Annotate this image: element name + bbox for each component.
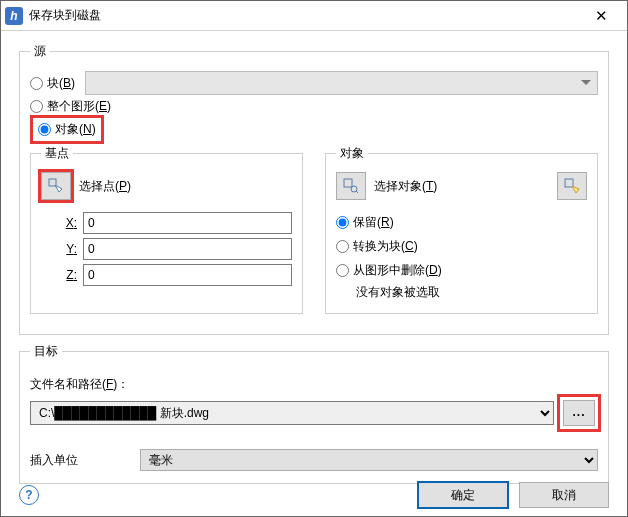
coord-z-label: Z: — [41, 268, 77, 282]
group-target-legend: 目标 — [30, 343, 62, 360]
coord-x-row: X: — [41, 212, 292, 234]
browse-button[interactable]: ... — [563, 400, 595, 426]
pick-point-row: 选择点(P) — [41, 172, 292, 200]
quick-select-button[interactable] — [557, 172, 587, 200]
pick-point-icon — [48, 178, 64, 194]
client-area: 源 块(B) 整个图形(E) 对象(N) 基点 — [1, 31, 627, 502]
group-objects-legend: 对象 — [336, 145, 368, 162]
footer: ? 确定 取消 — [1, 474, 627, 516]
quick-select-icon — [564, 178, 580, 194]
radio-drawing-row[interactable]: 整个图形(E) — [30, 96, 598, 116]
radio-convert-label: 转换为块(C) — [353, 238, 418, 255]
coord-x-input[interactable] — [83, 212, 292, 234]
radio-drawing[interactable] — [30, 100, 43, 113]
pick-point-label: 选择点(P) — [79, 178, 131, 195]
select-objects-row: 选择对象(T) — [336, 172, 587, 200]
radio-block-row[interactable]: 块(B) — [30, 73, 598, 93]
source-columns: 基点 选择点(P) X: — [30, 145, 598, 322]
close-button[interactable]: ✕ — [579, 2, 623, 30]
path-combo[interactable]: C:\████████████ 新块.dwg — [30, 401, 554, 425]
unit-combo[interactable]: 毫米 — [140, 449, 598, 471]
cancel-button[interactable]: 取消 — [519, 482, 609, 508]
radio-objects-label: 对象(N) — [55, 121, 96, 138]
radio-objects-highlight: 对象(N) — [30, 115, 104, 144]
radio-block-label: 块(B) — [47, 75, 75, 92]
no-objects-note: 没有对象被选取 — [356, 284, 587, 301]
radio-delete-row[interactable]: 从图形中删除(D) — [336, 260, 587, 280]
radio-objects-row[interactable]: 对象(N) — [30, 119, 598, 139]
coord-y-label: Y: — [41, 242, 77, 256]
group-objects: 对象 选择对象(T) — [325, 145, 598, 314]
radio-delete[interactable] — [336, 264, 349, 277]
coord-y-row: Y: — [41, 238, 292, 260]
pick-point-button[interactable] — [41, 172, 71, 200]
radio-delete-label: 从图形中删除(D) — [353, 262, 442, 279]
titlebar: h 保存块到磁盘 ✕ — [1, 1, 627, 31]
coord-x-label: X: — [41, 216, 77, 230]
radio-retain-label: 保留(R) — [353, 214, 394, 231]
coord-y-input[interactable] — [83, 238, 292, 260]
path-label: 文件名和路径(F)： — [30, 376, 598, 393]
block-combo[interactable] — [85, 71, 598, 95]
radio-objects[interactable] — [38, 123, 51, 136]
dialog-window: h 保存块到磁盘 ✕ 源 块(B) 整个图形(E) 对象(N) — [0, 0, 628, 517]
coord-z-row: Z: — [41, 264, 292, 286]
svg-rect-1 — [344, 179, 352, 187]
unit-label: 插入单位 — [30, 452, 140, 469]
path-row: C:\████████████ 新块.dwg ... — [30, 397, 598, 429]
group-basepoint: 基点 选择点(P) X: — [30, 145, 303, 314]
app-icon: h — [5, 7, 23, 25]
select-objects-button[interactable] — [336, 172, 366, 200]
select-objects-icon — [343, 178, 359, 194]
group-target: 目标 文件名和路径(F)： C:\████████████ 新块.dwg ...… — [19, 343, 609, 484]
unit-row: 插入单位 毫米 — [30, 449, 598, 471]
radio-convert-row[interactable]: 转换为块(C) — [336, 236, 587, 256]
browse-highlight: ... — [560, 397, 598, 429]
group-basepoint-legend: 基点 — [41, 145, 73, 162]
select-objects-label: 选择对象(T) — [374, 178, 437, 195]
radio-convert[interactable] — [336, 240, 349, 253]
group-source-legend: 源 — [30, 43, 50, 60]
coord-z-input[interactable] — [83, 264, 292, 286]
radio-block[interactable] — [30, 77, 43, 90]
window-title: 保存块到磁盘 — [29, 7, 579, 24]
svg-line-3 — [356, 191, 358, 193]
radio-drawing-label: 整个图形(E) — [47, 98, 111, 115]
help-button[interactable]: ? — [19, 485, 39, 505]
group-source: 源 块(B) 整个图形(E) 对象(N) 基点 — [19, 43, 609, 335]
radio-retain[interactable] — [336, 216, 349, 229]
radio-retain-row[interactable]: 保留(R) — [336, 212, 587, 232]
ok-button[interactable]: 确定 — [417, 481, 509, 509]
